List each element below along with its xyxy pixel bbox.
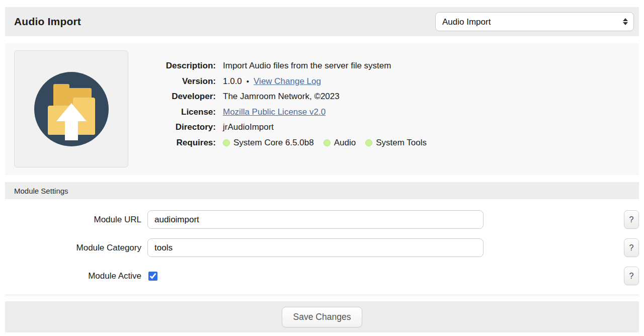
module-settings-form: Module URL ? Module Category ? Module Ac… [0, 199, 644, 285]
directory-value: jrAudioImport [223, 120, 274, 135]
module-category-help-button[interactable]: ? [624, 238, 639, 257]
version-label: Version: [159, 74, 216, 90]
requires-item-label: Audio [334, 135, 356, 151]
module-info-panel: Description: Import Audio files from the… [5, 43, 639, 175]
status-dot-icon [324, 139, 331, 146]
module-url-help-button[interactable]: ? [624, 210, 639, 229]
version-number: 1.0.0 [223, 74, 242, 90]
module-info-table: Description: Import Audio files from the… [159, 58, 436, 150]
info-row-version: Version: 1.0.0 • View Change Log [159, 74, 436, 90]
section-title: Module Settings [14, 187, 68, 195]
requires-item-label: System Tools [376, 135, 427, 151]
footer-bar: Save Changes [5, 301, 639, 332]
save-changes-button[interactable]: Save Changes [282, 307, 363, 327]
developer-label: Developer: [159, 89, 216, 105]
developer-value: The Jamroom Network, ©2023 [223, 89, 340, 105]
info-row-description: Description: Import Audio files from the… [159, 58, 436, 74]
view-change-log-link[interactable]: View Change Log [254, 74, 321, 90]
audio-import-folder-upload-icon [21, 59, 122, 159]
module-category-label: Module Category [0, 243, 147, 253]
module-active-help-button[interactable]: ? [624, 267, 639, 285]
module-url-input[interactable] [147, 210, 484, 229]
requires-item-label: System Core 6.5.0b8 [233, 135, 314, 151]
module-icon-card [14, 50, 128, 167]
form-row-module-category: Module Category ? [0, 238, 639, 257]
version-value: 1.0.0 • View Change Log [223, 74, 321, 90]
module-select-wrap: Audio Import [435, 12, 634, 31]
footer-divider [5, 295, 639, 295]
module-category-input[interactable] [147, 238, 484, 257]
module-active-checkbox[interactable] [148, 272, 157, 281]
status-dot-icon [365, 139, 372, 146]
page-title: Audio Import [14, 16, 81, 28]
bullet-separator: • [247, 74, 249, 90]
module-select[interactable]: Audio Import [435, 12, 634, 31]
license-link[interactable]: Mozilla Public License v2.0 [223, 105, 326, 120]
requires-item: Audio [324, 135, 356, 151]
info-row-requires: Requires: System Core 6.5.0b8 Audio Syst… [159, 135, 436, 151]
module-active-label: Module Active [0, 271, 147, 281]
status-dot-icon [223, 139, 230, 146]
requires-label: Requires: [159, 135, 216, 151]
form-row-module-url: Module URL ? [0, 210, 639, 229]
requires-item: System Tools [365, 135, 427, 151]
description-label: Description: [159, 58, 216, 74]
module-url-label: Module URL [0, 215, 147, 225]
info-row-directory: Directory: jrAudioImport [159, 120, 436, 135]
description-value: Import Audio files from the server file … [223, 58, 391, 74]
license-label: License: [159, 105, 216, 120]
header-bar: Audio Import Audio Import [5, 7, 639, 36]
directory-label: Directory: [159, 120, 216, 135]
form-row-module-active: Module Active ? [0, 267, 639, 285]
requires-item: System Core 6.5.0b8 [223, 135, 314, 151]
module-settings-section-header: Module Settings [5, 182, 639, 199]
info-row-developer: Developer: The Jamroom Network, ©2023 [159, 89, 436, 105]
requires-list: System Core 6.5.0b8 Audio System Tools [223, 135, 436, 151]
info-row-license: License: Mozilla Public License v2.0 [159, 105, 436, 120]
